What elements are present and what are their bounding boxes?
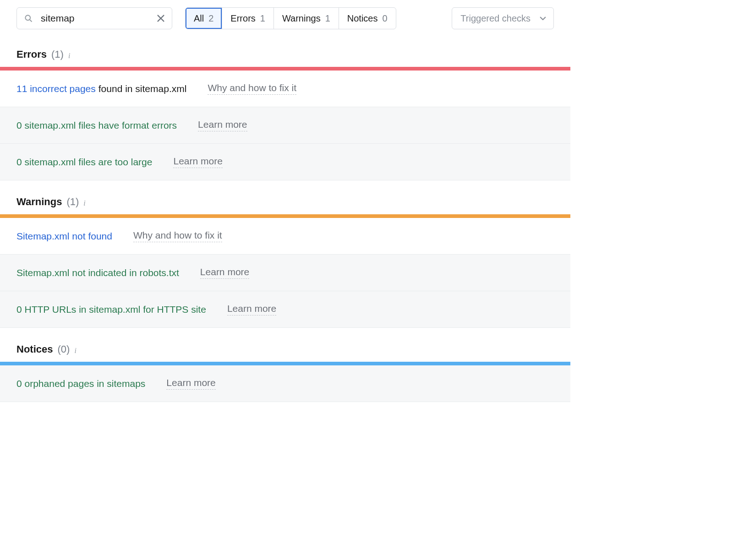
errors-stripe — [0, 67, 570, 71]
issue-link[interactable]: Sitemap.xml not found — [16, 231, 112, 242]
issue-row[interactable]: Sitemap.xml not indicated in robots.txt … — [0, 255, 570, 291]
issue-main: 0 sitemap.xml files are too large — [16, 157, 152, 168]
section-title: Errors — [16, 49, 47, 60]
help-link[interactable]: Learn more — [227, 303, 276, 315]
issue-row[interactable]: 0 orphaned pages in sitemaps Learn more — [0, 365, 570, 402]
search-wrapper — [16, 7, 172, 29]
help-link[interactable]: Learn more — [166, 377, 215, 390]
issue-row[interactable]: Sitemap.xml not found Why and how to fix… — [0, 218, 570, 255]
filter-count: 1 — [325, 13, 330, 24]
section-count: (0) — [57, 343, 70, 355]
section-title: Warnings — [16, 196, 62, 208]
issue-text: 0 sitemap.xml files are too large — [16, 157, 152, 168]
issue-link[interactable]: 11 incorrect pages — [16, 83, 96, 94]
issue-main: Sitemap.xml not indicated in robots.txt — [16, 267, 179, 278]
issue-text: 0 orphaned pages in sitemaps — [16, 378, 145, 389]
filter-label: Warnings — [282, 13, 321, 24]
issue-main: 0 orphaned pages in sitemaps — [16, 378, 145, 389]
issue-main: 0 sitemap.xml files have format errors — [16, 120, 177, 131]
svg-line-1 — [30, 20, 32, 22]
filter-tab-errors[interactable]: Errors 1 — [222, 8, 274, 29]
help-link[interactable]: Learn more — [200, 266, 249, 279]
filter-tab-all[interactable]: All 2 — [186, 8, 222, 29]
issue-text: 0 HTTP URLs in sitemap.xml for HTTPS sit… — [16, 304, 206, 315]
info-icon[interactable]: i — [74, 347, 82, 354]
issue-row[interactable]: 0 sitemap.xml files are too large Learn … — [0, 144, 570, 180]
info-icon[interactable]: i — [68, 52, 76, 60]
svg-point-0 — [25, 15, 30, 20]
filter-count: 1 — [260, 13, 265, 24]
issue-main: Sitemap.xml not found — [16, 231, 112, 242]
filter-label: Notices — [347, 13, 378, 24]
filter-tabs: All 2 Errors 1 Warnings 1 Notices 0 — [185, 7, 396, 29]
section-count: (1) — [66, 196, 79, 208]
search-input[interactable] — [16, 7, 172, 29]
issue-text: found in sitemap.xml — [98, 83, 187, 94]
issue-text: Sitemap.xml not indicated in robots.txt — [16, 267, 179, 278]
help-link[interactable]: Learn more — [198, 119, 247, 131]
search-icon — [24, 14, 33, 23]
info-icon[interactable]: i — [83, 200, 91, 207]
filter-label: Errors — [230, 13, 255, 24]
help-link[interactable]: Why and how to fix it — [133, 230, 222, 242]
filter-label: All — [194, 13, 204, 24]
issue-row[interactable]: 0 HTTP URLs in sitemap.xml for HTTPS sit… — [0, 291, 570, 328]
issue-row[interactable]: 0 sitemap.xml files have format errors L… — [0, 107, 570, 144]
issue-main: 11 incorrect pages found in sitemap.xml — [16, 83, 186, 94]
filter-count: 2 — [208, 13, 213, 24]
chevron-down-icon — [539, 14, 547, 22]
section-header-errors: Errors (1) i — [0, 33, 570, 67]
section-title: Notices — [16, 343, 53, 355]
help-link[interactable]: Learn more — [173, 156, 222, 168]
filter-tab-warnings[interactable]: Warnings 1 — [274, 8, 339, 29]
section-header-warnings: Warnings (1) i — [0, 180, 570, 214]
help-link[interactable]: Why and how to fix it — [208, 82, 296, 95]
issue-row[interactable]: 11 incorrect pages found in sitemap.xml … — [0, 71, 570, 107]
issue-text: 0 sitemap.xml files have format errors — [16, 120, 177, 131]
section-count: (1) — [51, 49, 64, 60]
issue-main: 0 HTTP URLs in sitemap.xml for HTTPS sit… — [16, 304, 206, 315]
notices-stripe — [0, 362, 570, 365]
triggered-checks-dropdown[interactable]: Triggered checks — [452, 7, 554, 29]
top-filter-bar: All 2 Errors 1 Warnings 1 Notices 0 Trig… — [0, 0, 570, 33]
warnings-stripe — [0, 214, 570, 218]
section-header-notices: Notices (0) i — [0, 328, 570, 362]
triggered-label: Triggered checks — [460, 13, 531, 24]
filter-count: 0 — [383, 13, 388, 24]
clear-search-icon[interactable] — [156, 13, 166, 23]
filter-tab-notices[interactable]: Notices 0 — [339, 8, 396, 29]
